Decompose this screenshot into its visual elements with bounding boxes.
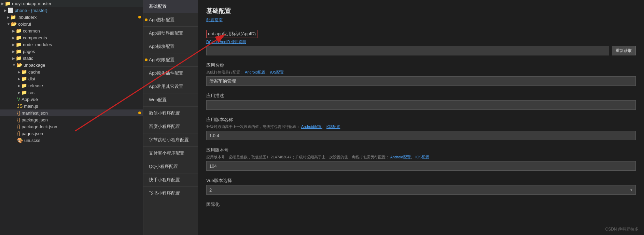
menu-item-label: App模块配置 [149, 44, 174, 49]
appid-sublabel: DCloud AppID 使用说明 [206, 39, 636, 44]
sidebar-item-phone[interactable]: ▶ ⬜ phone - {master} [0, 7, 143, 14]
version-name-android-link[interactable]: Android配置 [301, 125, 322, 129]
refresh-button[interactable]: 重新获取 [612, 46, 636, 55]
sidebar-pages-label: pages [23, 49, 35, 54]
folder-icon: 📁 [21, 76, 27, 81]
sidebar-package-lock-json-label: package-lock.json [22, 124, 57, 129]
sidebar-static-label: static [23, 56, 33, 61]
menu-item-wechat[interactable]: 微信小程序配置 [143, 107, 198, 120]
app-desc-input[interactable] [206, 100, 636, 110]
sidebar-item-node-modules[interactable]: ▶ 📁 node_modules [0, 41, 143, 48]
sidebar-manifest-json-label: manifest.json [22, 110, 48, 116]
vue-version-section: Vue版本选择 2 3 [206, 178, 636, 195]
version-name-input[interactable] [206, 131, 636, 140]
sidebar-item-app-vue[interactable]: V App.vue [0, 96, 143, 103]
sidebar-dist-label: dist [28, 76, 35, 81]
box-icon: ⬜ [8, 8, 13, 13]
vue-version-select[interactable]: 2 3 [206, 185, 636, 195]
sidebar-item-res[interactable]: ▶ 📁 res [0, 89, 143, 96]
sidebar-item-unpackage[interactable]: ▼ 📂 unpackage [0, 62, 143, 68]
main-panel: 基础配置 配置指南 uni-app应用标识(AppID) DCloud AppI… [198, 0, 644, 235]
app-name-label: 应用名称 [206, 62, 636, 68]
i18n-section: 国际化 [206, 201, 636, 208]
sidebar-hbuilderx-label: .hbuilderx [17, 15, 37, 20]
menu-item-bytedance[interactable]: 字节跳动小程序配置 [143, 133, 198, 147]
sidebar-item-common[interactable]: ▶ 📁 common [0, 27, 143, 34]
chevron-icon: ▶ [12, 29, 15, 33]
version-name-ios-link[interactable]: iOS配置 [326, 125, 340, 129]
version-num-android-link[interactable]: Android配置 [390, 155, 411, 159]
menu-item-label: 支付宝小程序配置 [149, 151, 184, 156]
menu-item-permissions[interactable]: App权限配置 [143, 53, 198, 67]
version-num-input[interactable] [206, 161, 636, 171]
app-name-ios-link[interactable]: iOS配置 [270, 70, 284, 74]
menu-item-web[interactable]: Web配置 [143, 93, 198, 107]
menu-item-app-icon[interactable]: App图标配置 [143, 13, 198, 27]
folder-icon: 📁 [16, 42, 22, 47]
sidebar-item-pages-json[interactable]: {} pages.json [0, 130, 143, 137]
sidebar-item-pages[interactable]: ▶ 📁 pages [0, 48, 143, 55]
sidebar-release-label: release [28, 83, 43, 88]
chevron-icon: ▶ [18, 84, 20, 88]
app-desc-section: 应用描述 [206, 93, 636, 110]
chevron-icon: ▶ [1, 2, 4, 5]
file-tree[interactable]: ▶ 📁 ruoyi-uniapp-master ▶ ⬜ phone - {mas… [0, 0, 143, 235]
json-file-icon: {} [17, 117, 20, 122]
menu-item-alipay[interactable]: 支付宝小程序配置 [143, 147, 198, 160]
chevron-icon: ▶ [18, 77, 20, 81]
menu-item-feishu[interactable]: 飞书小程序配置 [143, 187, 198, 200]
version-name-section: 应用版本名称 升级时必须高于上一次设置的值，离线打包需另行配置： Android… [206, 117, 636, 140]
menu-item-label: 字节跳动小程序配置 [149, 137, 189, 142]
appid-label: uni-app应用标识(AppID) [206, 30, 636, 38]
chevron-icon: ▶ [18, 70, 20, 74]
menu-item-qq[interactable]: QQ小程序配置 [143, 160, 198, 173]
sidebar-item-main-js[interactable]: JS main.js [0, 103, 143, 109]
json-file-icon: {} [17, 124, 20, 129]
chevron-icon: ▶ [12, 50, 15, 53]
sidebar-item-release[interactable]: ▶ 📁 release [0, 82, 143, 89]
menu-item-label: 微信小程序配置 [149, 110, 180, 116]
menu-item-other-settings[interactable]: App常用其它设置 [143, 80, 198, 93]
menu-item-basic-config[interactable]: 基础配置 [143, 0, 198, 13]
folder-icon: 📁 [16, 28, 22, 34]
alert-dot [145, 18, 148, 21]
sidebar-main-js-label: main.js [24, 104, 38, 109]
sidebar-item-root[interactable]: ▶ 📁 ruoyi-uniapp-master [0, 0, 143, 7]
sidebar-item-cache[interactable]: ▶ 📁 cache [0, 68, 143, 75]
guide-link[interactable]: 配置指南 [206, 17, 636, 23]
chevron-icon: ▶ [18, 91, 20, 94]
sidebar-common-label: common [23, 28, 40, 34]
app-name-android-link[interactable]: Android配置 [245, 70, 265, 74]
sidebar-item-package-lock-json[interactable]: {} package-lock.json [0, 123, 143, 130]
appid-note-link[interactable]: DCloud AppID 使用说明 [206, 40, 246, 44]
i18n-label: 国际化 [206, 201, 636, 208]
menu-item-modules[interactable]: App模块配置 [143, 40, 198, 53]
sidebar-components-label: components [23, 35, 47, 40]
sidebar-item-static[interactable]: ▶ 📁 static [0, 55, 143, 62]
menu-item-native-plugins[interactable]: App原生插件配置 [143, 67, 198, 80]
sidebar-unpackage-label: unpackage [24, 63, 45, 68]
menu-item-label: App权限配置 [149, 57, 174, 62]
sidebar-item-uni-scss[interactable]: 🎨 uni.scss [0, 137, 143, 144]
sidebar-item-package-json[interactable]: {} package.json [0, 116, 143, 123]
menu-item-label: Web配置 [149, 97, 167, 102]
menu-item-splash[interactable]: App启动界面配置 [143, 27, 198, 40]
version-num-ios-link[interactable]: iOS配置 [416, 155, 429, 159]
sidebar-item-hbuilderx[interactable]: ▶ 📁 .hbuilderx [0, 14, 143, 21]
app-name-input[interactable] [206, 76, 636, 86]
js-file-icon: JS [17, 103, 23, 109]
sidebar-phone-label: phone - {master} [15, 8, 47, 13]
menu-item-label: 百度小程序配置 [149, 124, 180, 129]
menu-item-label: 基础配置 [149, 4, 167, 9]
sidebar-item-manifest-json[interactable]: {} manifest.json [0, 109, 143, 116]
appid-input[interactable] [206, 46, 609, 55]
menu-item-baidu[interactable]: 百度小程序配置 [143, 120, 198, 133]
menu-item-kuaishou[interactable]: 快手小程序配置 [143, 173, 198, 187]
sidebar-item-components[interactable]: ▶ 📁 components [0, 34, 143, 41]
sidebar-item-dist[interactable]: ▶ 📁 dist [0, 75, 143, 82]
app-desc-input-row [206, 100, 636, 110]
credit-text: CSDN @科罗拉多 [605, 226, 639, 232]
sidebar-item-colorui[interactable]: ▼ 📂 colorui [0, 21, 143, 27]
chevron-icon: ▼ [12, 63, 16, 67]
sidebar-node-modules-label: node_modules [23, 42, 52, 47]
